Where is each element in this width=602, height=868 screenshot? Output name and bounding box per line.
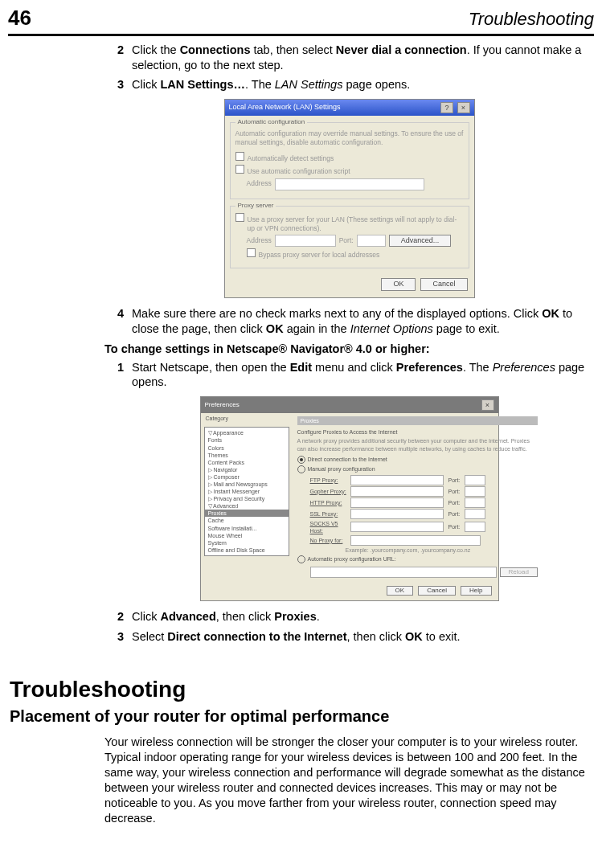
cancel-button[interactable]: Cancel (420, 278, 467, 291)
troubleshooting-heading: Troubleshooting (10, 675, 602, 704)
tree-item[interactable]: Themes (205, 452, 289, 459)
proxy-row: SSL Proxy:Port: (310, 509, 538, 519)
proxy-host-field[interactable] (350, 522, 444, 532)
close-icon[interactable]: × (457, 102, 470, 113)
proxy-port-field[interactable] (465, 475, 485, 485)
checkbox-icon (235, 152, 244, 161)
tree-item[interactable]: Cache (205, 517, 289, 524)
panel-desc: A network proxy provides additional secu… (297, 437, 538, 452)
proxy-port-field[interactable] (357, 235, 386, 247)
proxy-heading: Proxy server (235, 202, 276, 210)
auto-url-field[interactable] (310, 567, 497, 578)
step-text: Click the Connections tab, then select N… (132, 43, 594, 73)
proxy-label: Gopher Proxy: (310, 488, 350, 495)
advanced-button[interactable]: Advanced... (389, 235, 452, 248)
reload-button[interactable]: Reload (500, 567, 538, 577)
help-button[interactable]: Help (461, 586, 491, 596)
step-number: 2 (104, 43, 132, 73)
dialog-title-text: Local Area Network (LAN) Settings (229, 103, 341, 113)
checkbox-icon (247, 248, 256, 257)
page-header: 46 Troubleshooting (8, 0, 594, 36)
dialog-titlebar: Local Area Network (LAN) Settings ? × (225, 100, 474, 116)
ok-button[interactable]: OK (387, 586, 414, 596)
panel-subheading: Configure Proxies to Access the Internet (297, 428, 538, 436)
checkbox-bypass[interactable]: Bypass proxy server for local addresses (247, 248, 464, 260)
tree-item[interactable]: ▷ Mail and Newsgroups (205, 481, 289, 488)
port-label: Port: (448, 523, 465, 530)
tree-item[interactable]: System (205, 539, 289, 547)
proxy-port-field[interactable] (465, 497, 485, 508)
dialog-title-text: Preferences (205, 401, 240, 409)
cancel-button[interactable]: Cancel (418, 586, 456, 596)
tree-item[interactable]: ▽ Advanced (205, 502, 289, 510)
step-number: 3 (104, 629, 132, 645)
step-number: 1 (104, 360, 132, 391)
step-text: Click Advanced, then click Proxies. (132, 609, 594, 624)
port-label: Port: (448, 499, 465, 506)
radio-direct[interactable]: Direct connection to the Internet (297, 456, 538, 464)
proxy-host-field[interactable] (350, 486, 444, 497)
tree-item[interactable]: Software Installati... (205, 525, 289, 532)
category-label: Category (201, 413, 293, 424)
proxy-port-field[interactable] (465, 486, 485, 497)
proxy-group: Proxy server Use a proxy server for your… (230, 206, 469, 269)
tree-item[interactable]: Mouse Wheel (205, 532, 289, 539)
tree-item[interactable]: ▷ Instant Messenger (205, 488, 289, 495)
dialog-title-buttons: × (480, 399, 494, 411)
placement-heading: Placement of your router for optimal per… (10, 706, 602, 727)
radio-auto-url[interactable]: Automatic proxy configuration URL: (297, 555, 538, 563)
proxy-host-field[interactable] (350, 509, 444, 519)
auto-config-heading: Automatic configuration (235, 118, 308, 126)
placement-paragraph: Your wireless connection will be stronge… (104, 735, 594, 825)
proxy-host-field[interactable] (350, 475, 444, 485)
tree-item[interactable]: ▷ Privacy and Security (205, 495, 289, 502)
lan-settings-dialog: Local Area Network (LAN) Settings ? × Au… (224, 99, 475, 298)
radio-manual[interactable]: Manual proxy configuration (297, 465, 538, 473)
checkbox-use-proxy[interactable]: Use a proxy server for your LAN (These s… (235, 213, 464, 233)
tree-item[interactable]: ▷ Composer (205, 473, 289, 481)
header-title: Troubleshooting (469, 8, 594, 31)
proxy-row: HTTP Proxy:Port: (310, 497, 538, 508)
proxy-port-field[interactable] (465, 522, 485, 532)
tree-item[interactable]: Proxies (205, 510, 289, 517)
step-text: Start Netscape, then open the Edit menu … (132, 360, 594, 391)
proxy-row: SOCKS V5 Host:Port: (310, 520, 538, 534)
proxy-label: HTTP Proxy: (310, 499, 350, 506)
instruction-step: 4Make sure there are no check marks next… (104, 306, 594, 337)
proxy-address-field[interactable] (275, 235, 336, 247)
dialog-title-buttons: ? × (439, 102, 470, 113)
address-label: Address (247, 179, 272, 188)
auto-config-group: Automatic configuration Automatic config… (230, 122, 469, 199)
category-tree[interactable]: ▽ Appearance Fonts Colors Themes Content… (204, 427, 289, 556)
noproxy-field[interactable] (350, 535, 481, 546)
tree-item[interactable]: Colors (205, 444, 289, 452)
address-field[interactable] (275, 178, 424, 190)
proxy-host-field[interactable] (350, 497, 444, 508)
step-text: Select Direct connection to the Internet… (132, 629, 594, 645)
close-icon[interactable]: × (481, 399, 494, 411)
tree-item[interactable]: ▽ Appearance (205, 429, 289, 436)
instruction-step: 2Click Advanced, then click Proxies. (104, 609, 594, 624)
instruction-step: 2Click the Connections tab, then select … (104, 43, 594, 73)
address-label: Address (247, 236, 272, 245)
tree-item[interactable]: Content Packs (205, 459, 289, 466)
dialog-titlebar: Preferences × (201, 397, 498, 413)
radio-icon (297, 456, 305, 464)
preferences-dialog: Preferences × Category ▽ Appearance Font… (200, 396, 499, 601)
tree-item[interactable]: Fonts (205, 436, 289, 444)
step-number: 3 (104, 77, 132, 92)
step-text: Click LAN Settings…. The LAN Settings pa… (132, 77, 594, 92)
tree-item[interactable]: Offline and Disk Space (205, 547, 289, 554)
checkbox-auto-detect[interactable]: Automatically detect settings (235, 152, 464, 163)
panel-heading: Proxies (297, 416, 538, 425)
noproxy-label: No Proxy for: (310, 537, 350, 544)
example-text: Example: .yourcompany.com, .yourcompany.… (346, 547, 538, 554)
instruction-step: 1Start Netscape, then open the Edit menu… (104, 360, 594, 391)
proxy-port-field[interactable] (465, 509, 485, 519)
checkbox-use-script[interactable]: Use automatic configuration script (235, 165, 464, 176)
help-icon[interactable]: ? (440, 102, 453, 113)
tree-item[interactable]: ▷ Navigator (205, 466, 289, 473)
ok-button[interactable]: OK (381, 278, 416, 291)
checkbox-icon (235, 165, 244, 174)
proxy-label: SSL Proxy: (310, 510, 350, 518)
